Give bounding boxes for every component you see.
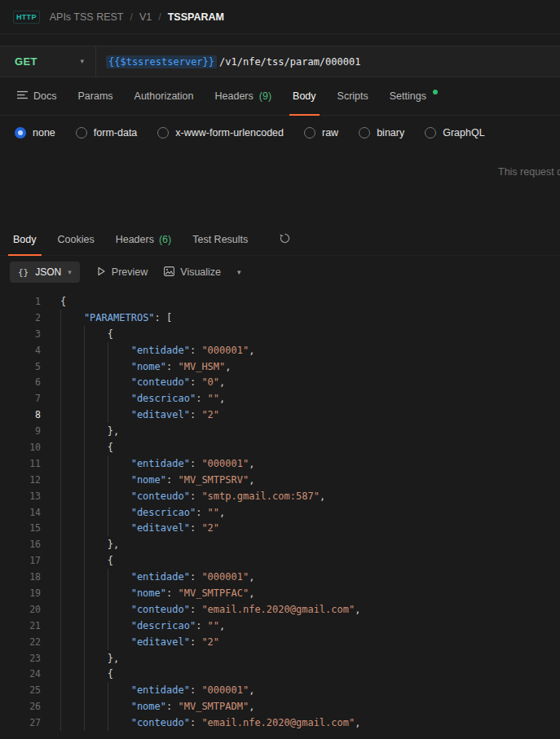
code-line: 6"conteudo": "0", bbox=[0, 374, 560, 390]
indent-guide bbox=[60, 536, 84, 552]
breadcrumb-collection[interactable]: APIs TSS REST bbox=[50, 11, 124, 23]
json-punctuation: , bbox=[249, 585, 254, 601]
response-format-dropdown[interactable]: {} JSON ▾ bbox=[10, 262, 80, 283]
indent-guide bbox=[108, 634, 131, 650]
code-content: "nome": "MV_HSM", bbox=[60, 359, 231, 375]
json-punctuation: }, bbox=[108, 650, 119, 666]
breadcrumb: APIs TSS REST / V1 / TSSPARAM bbox=[50, 11, 224, 23]
indent-guide bbox=[84, 585, 108, 601]
json-string: "email.nfe.2020@gmail.com" bbox=[201, 601, 355, 618]
code-content: "entidade": "000001", bbox=[60, 342, 254, 359]
json-punctuation: { bbox=[108, 439, 113, 455]
indent-guide bbox=[60, 520, 84, 536]
line-number: 9 bbox=[0, 425, 41, 437]
request-title[interactable]: TSSPARAM bbox=[168, 11, 224, 23]
radio-raw[interactable]: raw bbox=[304, 127, 338, 139]
indent-guide bbox=[60, 698, 84, 715]
code-content: "descricao": "", bbox=[60, 618, 225, 634]
line-number: 3 bbox=[0, 328, 41, 340]
json-punctuation: , bbox=[249, 342, 254, 359]
request-tabs: Docs Params Authorization Headers (9) Bo… bbox=[0, 77, 560, 116]
history-icon bbox=[279, 232, 291, 247]
indent-guide bbox=[84, 650, 108, 666]
json-punctuation: : bbox=[166, 472, 178, 488]
json-string: "000001" bbox=[201, 342, 249, 359]
indent-guide bbox=[108, 618, 131, 634]
indent-guide bbox=[84, 342, 108, 359]
radio-label: binary bbox=[377, 127, 404, 139]
json-punctuation: : [ bbox=[155, 310, 173, 326]
json-punctuation: : bbox=[166, 585, 178, 601]
json-punctuation: , bbox=[225, 359, 231, 375]
response-tab-body[interactable]: Body bbox=[13, 223, 37, 255]
response-body-viewer[interactable]: 1{2"PARAMETROS": [3{4"entidade": "000001… bbox=[0, 288, 560, 731]
indent-guide bbox=[108, 520, 131, 536]
radio-graphql[interactable]: GraphQL bbox=[425, 127, 484, 139]
line-number: 20 bbox=[0, 604, 41, 615]
empty-body-hint: This request does not have a body bbox=[498, 166, 560, 178]
response-tab-cookies[interactable]: Cookies bbox=[58, 223, 95, 255]
radio-form-data[interactable]: form-data bbox=[76, 127, 138, 139]
json-punctuation: { bbox=[108, 326, 113, 342]
json-punctuation: { bbox=[108, 552, 113, 569]
url-input[interactable]: {{$tssrestserver}} /v1/nfe/tss/param/000… bbox=[96, 46, 560, 77]
radio-none[interactable]: none bbox=[15, 127, 55, 139]
line-number: 25 bbox=[0, 684, 41, 696]
json-string: "MV_SMTPADM" bbox=[178, 698, 249, 715]
docs-icon bbox=[17, 90, 28, 102]
method-dropdown[interactable]: GET ▾ bbox=[0, 46, 96, 77]
code-content: "nome": "MV_SMTPFAC", bbox=[60, 585, 254, 601]
json-string: "MV_SMTPSRV" bbox=[178, 472, 249, 488]
code-content: "conteudo": "0", bbox=[60, 374, 225, 390]
json-key: "nome" bbox=[131, 359, 166, 375]
visualize-button[interactable]: Visualize bbox=[164, 266, 221, 279]
radio-label: form-data bbox=[94, 127, 138, 139]
indent-guide bbox=[84, 520, 108, 536]
line-number: 13 bbox=[0, 490, 41, 502]
indent-guide bbox=[84, 359, 108, 375]
code-content: "entidade": "000001", bbox=[60, 682, 254, 698]
radio-binary[interactable]: binary bbox=[359, 127, 404, 139]
tab-params[interactable]: Params bbox=[67, 77, 123, 115]
tab-body[interactable]: Body bbox=[282, 77, 327, 115]
code-line: 21"descricao": "", bbox=[0, 618, 560, 634]
tab-settings[interactable]: Settings bbox=[379, 77, 448, 115]
json-string: "" bbox=[208, 618, 219, 634]
code-content: { bbox=[60, 666, 113, 682]
line-number: 7 bbox=[0, 393, 41, 404]
preview-button[interactable]: Preview bbox=[96, 266, 148, 279]
indent-guide bbox=[60, 342, 84, 359]
response-tab-headers[interactable]: Headers (6) bbox=[116, 223, 172, 255]
indent-guide bbox=[108, 504, 131, 521]
tab-docs[interactable]: Docs bbox=[7, 77, 67, 115]
indent-guide bbox=[108, 682, 131, 698]
code-line: 13"conteudo": "smtp.gmail.com:587", bbox=[0, 488, 560, 504]
chevron-down-icon: ▾ bbox=[80, 58, 84, 65]
code-line: 23}, bbox=[0, 650, 560, 666]
code-content: "conteudo": "smtp.gmail.com:587", bbox=[60, 488, 325, 504]
tab-authorization[interactable]: Authorization bbox=[124, 77, 205, 115]
indent-guide bbox=[84, 601, 108, 618]
indent-guide bbox=[84, 698, 108, 715]
line-number: 17 bbox=[0, 555, 41, 566]
code-line: 11"entidade": "000001", bbox=[0, 455, 560, 472]
code-line: 4"entidade": "000001", bbox=[0, 342, 560, 359]
indent-guide bbox=[84, 504, 108, 521]
url-variable-chip[interactable]: {{$tssrestserver}} bbox=[106, 55, 217, 68]
indent-guide bbox=[84, 682, 108, 698]
line-number: 12 bbox=[0, 474, 41, 486]
code-content: "entidade": "000001", bbox=[60, 455, 254, 472]
response-tab-test-results[interactable]: Test Results bbox=[192, 223, 248, 255]
response-history-button[interactable] bbox=[279, 232, 291, 247]
tab-headers[interactable]: Headers (9) bbox=[205, 77, 283, 115]
line-number: 10 bbox=[0, 442, 41, 453]
radio-label: GraphQL bbox=[443, 127, 484, 139]
chevron-down-icon[interactable]: ▾ bbox=[237, 268, 241, 276]
breadcrumb-folder[interactable]: V1 bbox=[139, 11, 152, 23]
line-number: 18 bbox=[0, 571, 41, 583]
json-key: "PARAMETROS" bbox=[84, 310, 155, 326]
radio-urlencoded[interactable]: x-www-form-urlencoded bbox=[157, 127, 284, 139]
code-content: "descricao": "", bbox=[60, 504, 225, 521]
breadcrumb-separator: / bbox=[158, 11, 161, 23]
tab-scripts[interactable]: Scripts bbox=[327, 77, 379, 115]
